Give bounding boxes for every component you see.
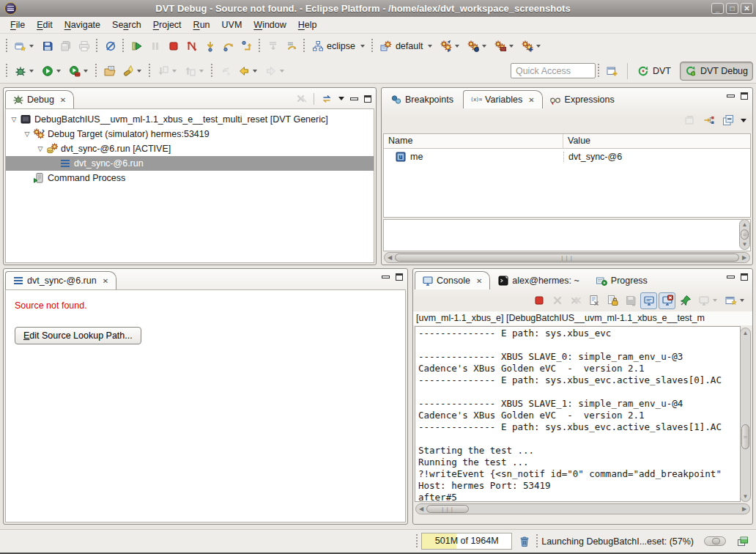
quick-access-input[interactable] [511, 63, 596, 78]
open-console-button[interactable] [722, 292, 748, 309]
console-output[interactable]: -------------- E path: sys.xbus_evc-----… [415, 326, 741, 502]
chevron-down-icon[interactable] [713, 299, 717, 302]
tab-progress[interactable]: Progress [589, 271, 657, 289]
view-menu-icon[interactable] [338, 97, 344, 100]
view-layout-icon[interactable] [320, 92, 333, 105]
view-menu-icon[interactable] [741, 119, 746, 122]
console-horizontal-scrollbar[interactable]: ◀ ▶ [415, 503, 750, 514]
skip-breakpoints-button[interactable] [101, 37, 119, 56]
minimize-view-icon[interactable] [350, 97, 358, 100]
close-button[interactable]: ✕ [741, 3, 753, 14]
chevron-down-icon[interactable] [428, 45, 432, 48]
show-progress-view-button[interactable] [733, 532, 752, 551]
menu-search[interactable]: Search [106, 18, 147, 32]
maximize-view-icon[interactable] [741, 92, 748, 100]
chevron-down-icon[interactable] [455, 45, 459, 48]
edit-source-lookup-path-button[interactable]: Edit Source Lookup Path... [15, 327, 141, 344]
menu-navigate[interactable]: Navigate [59, 18, 106, 32]
tab-close-icon[interactable]: ✕ [527, 96, 536, 104]
tab-close-icon[interactable]: ✕ [475, 277, 483, 285]
tab-console[interactable]: Console✕ [415, 271, 490, 289]
toolbar-grip[interactable] [210, 64, 212, 78]
chevron-down-icon[interactable] [137, 70, 141, 73]
perspective-dvt-debug-button[interactable]: DVT Debug [680, 62, 753, 81]
minimize-button[interactable]: _ [711, 3, 724, 14]
show-stdout-button[interactable] [640, 292, 657, 309]
menu-uvm[interactable]: UVM [216, 18, 248, 32]
back-button[interactable] [234, 62, 262, 81]
toolbar-grip[interactable] [5, 64, 7, 78]
expander-icon[interactable]: ▽ [9, 116, 19, 123]
run-garbage-collector-button[interactable] [515, 532, 533, 551]
tab-debug[interactable]: Debug ✕ [5, 90, 74, 108]
menu-file[interactable]: File [4, 18, 31, 32]
chevron-down-icon[interactable] [280, 70, 284, 73]
toolbar-grip[interactable] [94, 64, 97, 78]
gear-arrows-button[interactable] [437, 37, 464, 56]
tree-item-dvt-sync-6-run[interactable]: dvt_sync-@6.run [6, 156, 374, 171]
terminate-button[interactable] [164, 37, 182, 56]
toolbar-grip[interactable] [5, 39, 7, 53]
detail-vertical-scrollbar[interactable]: ▲ ▼ [739, 219, 750, 250]
pin-console-button[interactable] [677, 292, 694, 309]
step-return-button[interactable] [237, 37, 256, 56]
column-header-name[interactable]: Name [384, 134, 563, 148]
default-config-button[interactable]: default [377, 37, 437, 56]
chevron-down-icon[interactable] [84, 70, 88, 73]
use-step-filters-button[interactable] [282, 37, 300, 56]
variables-detail-pane[interactable] [383, 219, 751, 251]
hierarchy-button[interactable]: eclipse [308, 37, 369, 56]
maximize-button[interactable]: □ [726, 3, 738, 14]
collapse-all-icon[interactable] [722, 114, 734, 127]
chevron-down-icon[interactable] [29, 70, 34, 73]
search-torch-button[interactable] [119, 62, 146, 81]
tree-item-debug-target-simulator-hermes-53419[interactable]: ▽Debug Target (simulator) hermes:53419 [6, 127, 374, 141]
maximize-view-icon[interactable] [364, 95, 371, 103]
tab-debug-close-icon[interactable]: ✕ [59, 96, 67, 104]
step-over-button[interactable] [219, 37, 237, 56]
new-wizard-button[interactable] [11, 37, 38, 56]
toolbar-grip[interactable] [371, 39, 374, 53]
chevron-down-icon[interactable] [740, 299, 744, 302]
chevron-down-icon[interactable] [29, 45, 34, 48]
perspective-dvt-button[interactable]: DVT [633, 62, 675, 81]
disconnect-button[interactable] [182, 37, 201, 56]
run-button[interactable] [38, 62, 65, 81]
menu-help[interactable]: Help [292, 18, 323, 32]
toolbar-grip[interactable] [95, 39, 97, 53]
open-resource-button[interactable] [100, 62, 119, 81]
chevron-down-icon[interactable] [360, 45, 365, 48]
menu-window[interactable]: Window [248, 18, 292, 32]
tab-editor-close-icon[interactable]: ✕ [101, 277, 110, 285]
debug-bug-button[interactable] [11, 62, 38, 81]
chevron-down-icon[interactable] [56, 70, 61, 73]
terminate-button[interactable] [530, 292, 547, 309]
tree-item-dvt-sync-6-run-active-[interactable]: ▽dvt_sync-@6.run [ACTIVE] [6, 141, 374, 156]
chevron-down-icon[interactable] [172, 70, 177, 73]
chevron-down-icon[interactable] [509, 45, 514, 48]
maximize-view-icon[interactable] [741, 273, 748, 281]
gear-dot-button[interactable] [464, 37, 491, 56]
toolbar-grip[interactable] [303, 39, 305, 53]
show-stderr-button[interactable] [659, 292, 675, 309]
maximize-view-icon[interactable] [396, 273, 403, 281]
scroll-lock-button[interactable] [604, 292, 620, 309]
open-perspective-button[interactable] [604, 62, 622, 81]
minimize-view-icon[interactable] [382, 276, 390, 278]
gear-brick-button[interactable] [491, 37, 518, 56]
tab-variables[interactable]: (x)=Variables✕ [463, 90, 543, 108]
step-into-button[interactable] [201, 37, 219, 56]
minimize-view-icon[interactable] [727, 95, 735, 97]
coverage-button[interactable] [65, 62, 92, 81]
menu-edit[interactable]: Edit [31, 18, 59, 32]
menu-run[interactable]: Run [188, 18, 216, 32]
toolbar-grip[interactable] [148, 64, 150, 78]
variable-row[interactable]: umedvt_sync-@6 [384, 149, 750, 164]
show-logical-structure-icon[interactable] [703, 114, 715, 127]
tree-item-debugbatchius-uvm-ml-1-1-xbus-e-test-mul[interactable]: ▽DebugBatchIUS__uvm_ml-1.1_xbus_e__test_… [6, 112, 374, 127]
save-button[interactable] [38, 37, 56, 56]
gear-plus-button[interactable] [518, 37, 545, 56]
menu-project[interactable]: Project [147, 18, 188, 32]
expander-icon[interactable]: ▽ [22, 130, 32, 138]
expander-icon[interactable]: ▽ [35, 145, 45, 152]
